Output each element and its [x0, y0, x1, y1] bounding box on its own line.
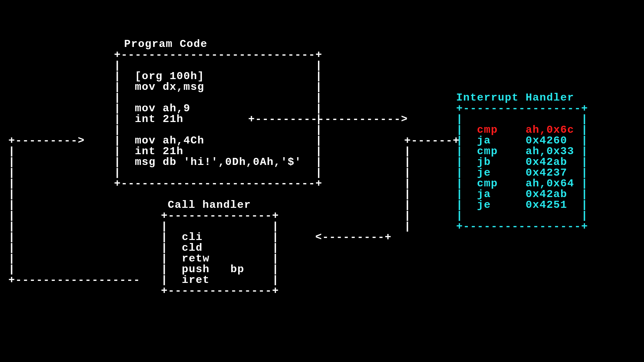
interrupt-row-7: | je 0x4251 |: [456, 200, 588, 210]
call-box-rside: | | | | |: [161, 232, 279, 286]
call-box-bottom: +---------------+: [161, 286, 279, 296]
interrupt-row-1: | ja 0x4260 |: [456, 135, 588, 146]
arrow-interrupt-to-call: <---------+: [315, 232, 392, 243]
arrow-interrupt-down-top: +------+: [404, 135, 460, 146]
interrupt-row-6: | ja 0x42ab |: [456, 189, 588, 200]
interrupt-row-0: | cmp ah,0x6c |: [456, 125, 588, 135]
diagram-canvas: Program Code +--------------------------…: [0, 0, 644, 362]
interrupt-box-top: +-----------------+: [456, 103, 588, 114]
interrupt-row-2: | cmp ah,0x33 |: [456, 146, 588, 157]
interrupt-box-bottom: +-----------------+: [456, 221, 588, 232]
program-box-top: +----------------------------+: [114, 50, 322, 60]
program-box-bottom: +----------------------------+: [114, 178, 322, 189]
program-box-side: | |: [114, 60, 322, 71]
arrow-call-to-program-top: +--------->: [8, 135, 85, 146]
interrupt-row-5: | cmp ah,0x64 |: [456, 178, 588, 189]
interrupt-box-blank2: | |: [456, 210, 588, 221]
call-box-side1: | |: [161, 221, 279, 232]
program-code-title: Program Code: [124, 39, 207, 50]
interrupt-rows: | cmp ah,0x6c | | ja 0x4260 | | cmp ah,0…: [456, 125, 588, 210]
arrow-interrupt-down-vbar: | | | | | | | |: [404, 146, 411, 232]
arrow-call-to-program-bottom: +------------------: [8, 275, 140, 286]
arrow-call-to-program-vbar: | | | | | | | | | | | |: [8, 146, 15, 275]
call-box-top: +---------------+: [161, 210, 279, 221]
arrow-program-to-interrupt: +--------------------->: [248, 114, 408, 125]
program-box-side2: | |: [114, 168, 322, 178]
interrupt-box-blank: | |: [456, 114, 588, 125]
interrupt-row-3: | jb 0x42ab |: [456, 157, 588, 168]
interrupt-row-4: | je 0x4237 |: [456, 168, 588, 178]
call-handler-title: Call handler: [168, 200, 251, 210]
interrupt-handler-title: Interrupt Handler: [456, 93, 574, 103]
